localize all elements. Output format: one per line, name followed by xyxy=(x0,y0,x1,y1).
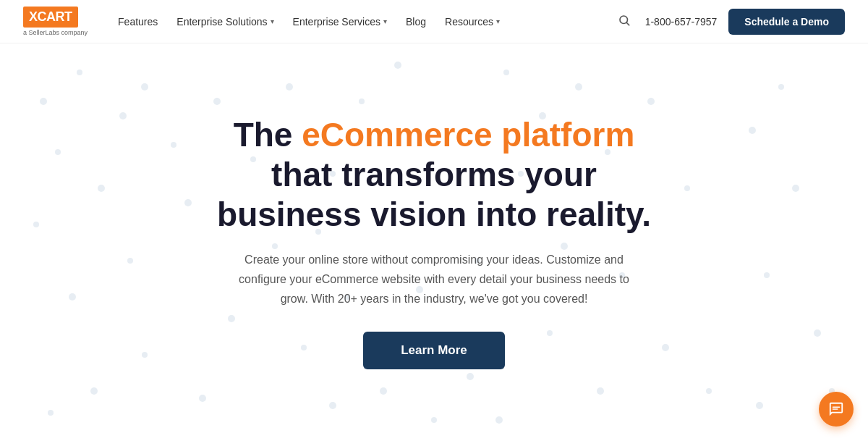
schedule-demo-button[interactable]: Schedule a Demo xyxy=(728,9,845,35)
chevron-down-icon: ▾ xyxy=(496,17,500,25)
svg-point-47 xyxy=(756,402,763,409)
nav-links: Features Enterprise Solutions ▾ Enterpri… xyxy=(111,10,615,33)
logo-brand: XCART xyxy=(23,7,78,28)
chat-support-button[interactable] xyxy=(819,392,854,427)
svg-point-23 xyxy=(329,402,336,409)
svg-point-9 xyxy=(171,142,176,148)
svg-point-24 xyxy=(359,98,365,104)
svg-point-8 xyxy=(141,83,148,91)
nav-features[interactable]: Features xyxy=(111,10,165,33)
svg-line-1 xyxy=(626,22,629,25)
svg-point-28 xyxy=(431,417,437,423)
svg-point-33 xyxy=(575,83,582,91)
chevron-down-icon: ▾ xyxy=(383,17,387,25)
nav-resources[interactable]: Resources ▾ xyxy=(438,10,507,33)
svg-point-40 xyxy=(706,388,712,394)
hero-content: The eCommerce platform that transforms y… xyxy=(188,115,680,369)
hero-section: The eCommerce platform that transforms y… xyxy=(0,43,868,441)
svg-point-41 xyxy=(749,127,756,134)
search-button[interactable] xyxy=(615,11,634,33)
nav-enterprise-services[interactable]: Enterprise Services ▾ xyxy=(286,10,394,33)
svg-point-7 xyxy=(33,222,39,227)
svg-point-37 xyxy=(647,98,655,105)
svg-point-12 xyxy=(127,258,133,264)
chevron-down-icon: ▾ xyxy=(271,17,274,25)
svg-point-3 xyxy=(77,70,82,75)
svg-point-21 xyxy=(199,395,206,402)
hero-title-highlight: eCommerce platform xyxy=(302,116,634,154)
svg-point-15 xyxy=(286,83,293,91)
svg-point-51 xyxy=(597,387,604,395)
svg-point-19 xyxy=(90,387,98,395)
svg-point-29 xyxy=(467,373,474,380)
svg-point-44 xyxy=(764,272,770,278)
svg-point-43 xyxy=(792,185,799,192)
logo-tagline: a SellerLabs company xyxy=(23,29,88,36)
learn-more-button[interactable]: Learn More xyxy=(363,332,505,369)
svg-point-27 xyxy=(380,387,387,395)
svg-point-20 xyxy=(48,410,54,416)
svg-point-4 xyxy=(119,112,127,119)
chat-icon xyxy=(828,401,844,417)
logo[interactable]: XCART a SellerLabs company xyxy=(23,7,88,36)
navbar: XCART a SellerLabs company Features Ente… xyxy=(0,0,868,43)
nav-blog[interactable]: Blog xyxy=(399,10,433,33)
search-icon xyxy=(618,14,631,27)
svg-point-45 xyxy=(814,329,821,337)
svg-point-25 xyxy=(394,62,401,69)
svg-point-53 xyxy=(495,416,503,424)
nav-enterprise-solutions[interactable]: Enterprise Solutions ▾ xyxy=(169,10,281,33)
svg-point-5 xyxy=(55,149,61,155)
svg-point-10 xyxy=(213,98,221,105)
nav-right: 1-800-657-7957 Schedule a Demo xyxy=(615,9,845,35)
svg-point-38 xyxy=(684,185,690,191)
hero-subtitle: Create your online store without comprom… xyxy=(231,250,637,309)
svg-point-13 xyxy=(69,293,76,301)
phone-number: 1-800-657-7957 xyxy=(645,16,718,28)
svg-point-6 xyxy=(98,185,105,192)
hero-title: The eCommerce platform that transforms y… xyxy=(203,115,665,235)
svg-point-30 xyxy=(503,70,509,75)
svg-point-42 xyxy=(778,84,784,90)
svg-point-18 xyxy=(142,352,148,358)
svg-point-2 xyxy=(40,98,47,105)
